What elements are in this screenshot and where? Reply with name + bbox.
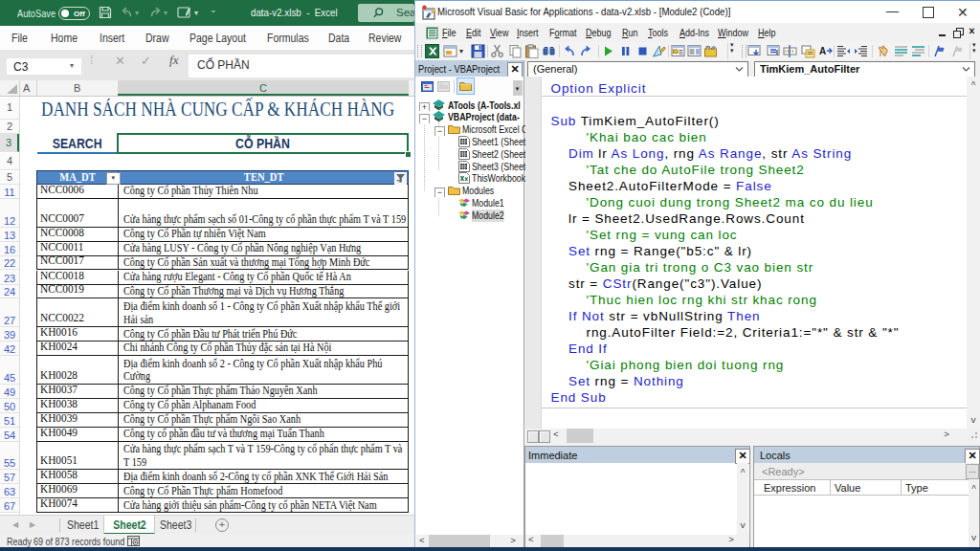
svg-text:A: A [819,46,826,56]
